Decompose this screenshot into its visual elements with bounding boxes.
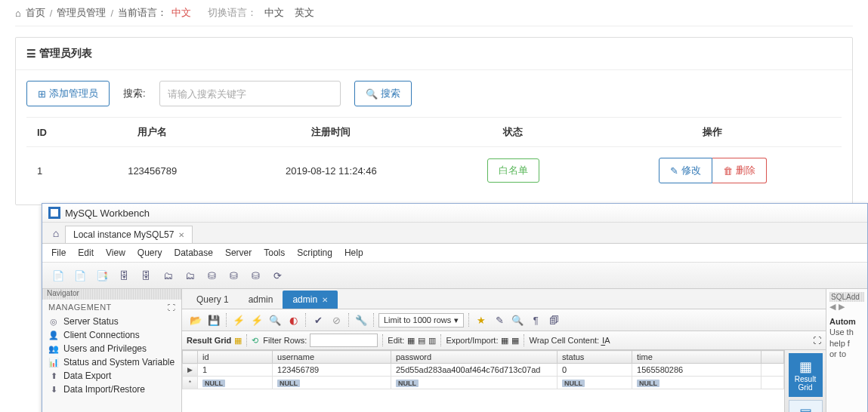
search-label: 搜索: [123, 87, 146, 100]
delete-label: 删除 [736, 164, 755, 177]
lang-cn[interactable]: 中文 [264, 6, 284, 20]
cell-ops: ✎修改 🗑删除 [583, 147, 842, 195]
cell-status: 白名单 [443, 147, 584, 195]
separator-icon: / [110, 8, 113, 19]
add-admin-label: 添加管理员 [49, 87, 98, 100]
status-badge: 白名单 [487, 158, 539, 183]
card-header: ☰ 管理员列表 [16, 38, 852, 70]
lang-en[interactable]: 英文 [295, 6, 314, 20]
switch-lang-label: 切换语言： [208, 6, 257, 20]
card-body: ⊞ 添加管理员 搜索: 🔍 搜索 ID 用户名 注册时间 状态 [16, 70, 852, 204]
card-title: 管理员列表 [39, 47, 92, 60]
workbench-window: MySQL Workbench ⌂ Local instance MySQL57… [42, 203, 868, 205]
current-lang-label: 当前语言： [118, 6, 167, 20]
search-button[interactable]: 🔍 搜索 [354, 81, 412, 106]
delete-button[interactable]: 🗑删除 [712, 158, 767, 183]
crumb-home[interactable]: 首页 [26, 6, 45, 20]
window-titlebar: MySQL Workbench [42, 204, 867, 205]
edit-icon: ✎ [670, 165, 678, 177]
search-button-label: 搜索 [381, 87, 400, 100]
cell-regtime: 2019-08-12 11:24:46 [220, 147, 443, 195]
current-lang-value: 中文 [171, 6, 191, 20]
edit-button[interactable]: ✎修改 [659, 158, 712, 183]
search-icon: 🔍 [366, 88, 378, 100]
table-row: 1 123456789 2019-08-12 11:24:46 白名单 ✎修改 … [26, 147, 842, 195]
breadcrumb: ⌂ 首页 / 管理员管理 / 当前语言： 中文 切换语言： 中文 英文 [15, 6, 853, 26]
admin-table: ID 用户名 注册时间 状态 操作 1 123456789 2019-08-12… [26, 117, 842, 194]
add-admin-button[interactable]: ⊞ 添加管理员 [26, 81, 110, 106]
edit-label: 修改 [681, 164, 701, 177]
list-icon: ☰ [26, 48, 36, 60]
th-ops: 操作 [583, 118, 842, 147]
crumb-admin-mgmt[interactable]: 管理员管理 [57, 6, 106, 20]
cell-username: 123456789 [85, 147, 220, 195]
separator-icon: / [50, 8, 53, 19]
th-status: 状态 [443, 118, 584, 147]
th-id: ID [26, 118, 85, 147]
plus-icon: ⊞ [38, 88, 46, 100]
cell-id: 1 [26, 147, 85, 195]
admin-list-card: ☰ 管理员列表 ⊞ 添加管理员 搜索: 🔍 搜索 ID [15, 37, 853, 205]
search-input[interactable] [159, 81, 341, 106]
th-regtime: 注册时间 [220, 118, 443, 147]
trash-icon: 🗑 [723, 165, 733, 177]
home-icon: ⌂ [15, 8, 21, 19]
th-username: 用户名 [85, 118, 220, 147]
